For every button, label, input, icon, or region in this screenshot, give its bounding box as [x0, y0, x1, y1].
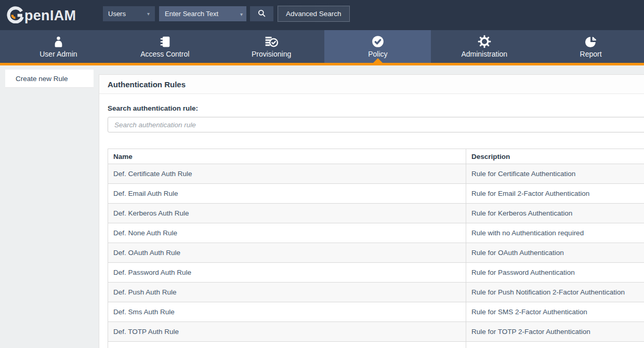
rule-name-cell — [108, 342, 466, 348]
table-row[interactable]: Def. Password Auth Rule Rule for Passwor… — [108, 263, 644, 283]
tab-label: Provisioning — [252, 50, 291, 58]
table-header-row: Name Description — [108, 149, 644, 164]
table-row[interactable]: Def. None Auth Rule Rule with no Authent… — [108, 223, 644, 243]
rule-name-cell[interactable]: Def. Kerberos Auth Rule — [108, 204, 466, 223]
rule-description-cell: Rule with no Authentication required — [466, 223, 644, 243]
rule-description-cell: Rule for Kerberos Authentication — [466, 204, 644, 223]
tab-label: Policy — [368, 50, 387, 58]
table-row[interactable]: Def. Kerberos Auth Rule Rule for Kerbero… — [108, 204, 644, 223]
rule-search-label: Search authentication rule: — [108, 104, 644, 112]
rule-name-cell[interactable]: Def. TOTP Auth Rule — [108, 322, 466, 342]
auth-rules-table: Name Description Def. Certificate Auth R… — [108, 149, 644, 348]
rule-description-cell: Rule for Push Notification 2-Factor Auth… — [466, 283, 644, 302]
openiam-o-icon — [7, 6, 24, 25]
authentication-rules-panel: Authentication Rules Search authenticati… — [99, 74, 644, 348]
rule-description-cell: Rule for SMS 2-Factor Authentication — [466, 302, 644, 322]
tab-access-control[interactable]: Access Control — [112, 30, 218, 63]
pie-chart-icon — [584, 35, 598, 48]
table-row[interactable]: Def. OAuth Auth Rule Rule for OAuth Auth… — [108, 243, 644, 263]
chevron-down-icon: ▾ — [147, 11, 150, 17]
tab-policy[interactable]: Policy — [324, 30, 431, 63]
rule-description-cell: Rule for Email 2-Factor Authentication — [466, 184, 644, 204]
rule-name-cell[interactable]: Def. Push Auth Rule — [108, 283, 466, 302]
main-nav: User Admin Access Control — [0, 30, 644, 63]
table-row[interactable]: Def. Certificate Auth Rule Rule for Cert… — [108, 164, 644, 184]
tab-label: Administration — [461, 50, 507, 58]
column-header-description[interactable]: Description — [466, 149, 644, 164]
logo-wordmark: penIAM — [24, 8, 76, 24]
tab-label: Access Control — [140, 50, 189, 58]
rule-description-cell: Rule for Password Authentication — [466, 263, 644, 283]
rule-name-cell[interactable]: Def. Email Auth Rule — [108, 184, 466, 204]
search-icon — [257, 8, 267, 20]
global-search-input[interactable] — [159, 6, 246, 21]
tab-user-admin[interactable]: User Admin — [5, 30, 112, 63]
openiam-logo[interactable]: penIAM — [7, 6, 76, 25]
rule-description-cell: Rule for OAuth Authentication — [466, 243, 644, 263]
table-row[interactable]: Def. Email Auth Rule Rule for Email 2-Fa… — [108, 184, 644, 204]
table-row[interactable]: Def. TOTP Auth Rule Rule for TOTP 2-Fact… — [108, 322, 644, 342]
rule-description-cell: Rule for TOTP 2-Factor Authentication — [466, 322, 644, 342]
table-row[interactable]: Def. Push Auth Rule Rule for Push Notifi… — [108, 283, 644, 302]
top-bar: penIAM Users ▾ ▾ Advanced Search — [0, 0, 644, 30]
tab-report[interactable]: Report — [537, 30, 644, 63]
rule-description-cell — [466, 342, 644, 348]
rule-name-cell[interactable]: Def. Sms Auth Rule — [108, 302, 466, 322]
binder-icon — [159, 35, 172, 48]
content-area: Create new Rule Authentication Rules Sea… — [0, 65, 644, 348]
rule-name-cell[interactable]: Def. OAuth Auth Rule — [108, 243, 466, 263]
tab-administration[interactable]: Administration — [431, 30, 537, 63]
tab-label: Report — [580, 50, 602, 58]
rule-description-cell: Rule for Certificate Authentication — [466, 164, 644, 184]
check-circle-icon — [371, 35, 385, 48]
column-header-name[interactable]: Name — [108, 149, 466, 164]
tab-provisioning[interactable]: Provisioning — [218, 30, 325, 63]
rule-name-cell[interactable]: Def. None Auth Rule — [108, 223, 466, 243]
rule-name-cell[interactable]: Def. Certificate Auth Rule — [108, 164, 466, 184]
page-title: Authentication Rules — [99, 75, 644, 94]
search-button[interactable] — [250, 6, 273, 21]
rule-search-input[interactable] — [108, 117, 644, 132]
rule-name-cell[interactable]: Def. Password Auth Rule — [108, 263, 466, 283]
user-icon — [52, 35, 65, 48]
scope-select-value: Users — [108, 10, 126, 18]
table-row[interactable] — [108, 342, 644, 348]
tab-label: User Admin — [40, 50, 77, 58]
global-search-field: ▾ — [159, 6, 246, 21]
search-scope-select[interactable]: Users ▾ — [103, 6, 155, 21]
list-check-icon — [265, 35, 278, 48]
gear-icon — [478, 35, 491, 48]
advanced-search-button[interactable]: Advanced Search — [278, 6, 350, 22]
table-row[interactable]: Def. Sms Auth Rule Rule for SMS 2-Factor… — [108, 302, 644, 322]
panel-body: Search authentication rule: Name Descrip… — [99, 94, 644, 348]
sidebar-item-create-new-rule[interactable]: Create new Rule — [5, 70, 94, 88]
